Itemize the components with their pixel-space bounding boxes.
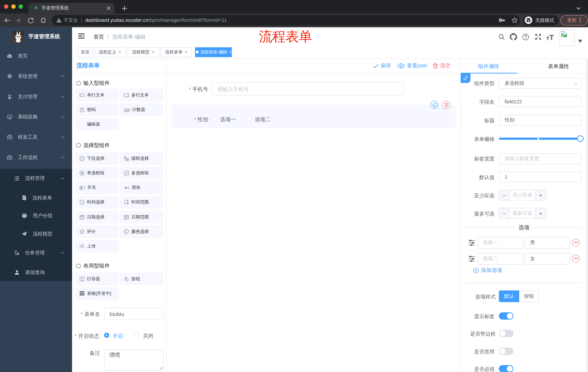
- svg-text:123: 123: [124, 108, 130, 112]
